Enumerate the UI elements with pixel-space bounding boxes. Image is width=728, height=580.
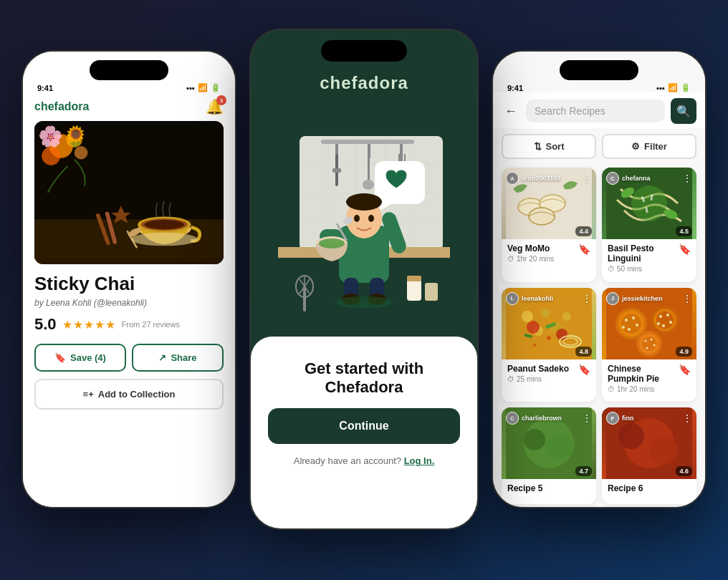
svg-point-69 (631, 185, 667, 221)
svg-point-80 (562, 312, 571, 321)
search-button[interactable]: 🔍 (671, 98, 696, 124)
author-prefix: by (34, 298, 44, 308)
recipe-card-2[interactable]: L leenakohli ⋮ 4.8 Peanut Sadeko ⏱25 min… (502, 288, 596, 402)
svg-point-55 (335, 296, 393, 308)
phone-center: chefadora (249, 29, 479, 530)
card-more-2[interactable]: ⋮ (582, 293, 592, 304)
filter-button[interactable]: ⚙ Filter (602, 134, 696, 159)
search-placeholder: Search Recipes (535, 105, 656, 117)
svg-point-32 (363, 180, 374, 190)
recipe-content: Sticky Chai by Leena Kohli (@leenakohli)… (23, 264, 235, 507)
svg-point-81 (527, 321, 540, 334)
svg-point-116 (547, 434, 573, 460)
card-user-row-0: A arun2003159 ⋮ (502, 170, 596, 186)
recipe-name-5: Recipe 6 (608, 483, 691, 493)
card-rating-0: 4.4 (575, 226, 592, 236)
recipe-card-5[interactable]: F finn ⋮ 4.6 Recipe 6 (602, 407, 696, 504)
svg-rect-58 (425, 283, 438, 301)
dynamic-island-right (560, 60, 638, 80)
filter-row: ⇅ Sort ⚙ Filter (493, 128, 705, 165)
card-avatar-3: J (606, 292, 619, 305)
card-more-5[interactable]: ⋮ (682, 412, 692, 424)
recipe-card-info-2: Peanut Sadeko ⏱25 mins 🔖 (502, 359, 596, 387)
recipe-name-4: Recipe 5 (507, 483, 590, 493)
recipe-name-3: Chinese Pumpkin Pie (608, 364, 679, 384)
svg-point-67 (529, 208, 555, 225)
card-username-1: chefanna (622, 175, 651, 182)
svg-point-100 (656, 311, 674, 329)
recipe-name-0: Veg MoMo (507, 243, 554, 253)
dynamic-island-center (321, 40, 407, 62)
card-rating-3: 4.9 (676, 347, 692, 357)
svg-point-77 (541, 309, 550, 317)
rating-row: 5.0 ★★★★★ From 27 reviews (34, 315, 224, 334)
food-image: 🌸🌻 (34, 121, 224, 264)
svg-point-4 (42, 147, 60, 165)
recipe-image-5: F finn ⋮ 4.6 (602, 407, 696, 479)
onboarding-title: Get started with Chefadora (268, 359, 460, 397)
bookmark-1[interactable]: 🔖 (679, 243, 691, 255)
card-user-info-4: C charliebrown (506, 412, 562, 425)
dynamic-island-left (90, 60, 168, 80)
status-icons-right: ▪▪▪ 📶 🔋 (656, 83, 691, 92)
notification-button[interactable]: 🔔 3 (206, 98, 224, 115)
back-button[interactable]: ← (502, 101, 520, 122)
svg-point-104 (662, 324, 665, 327)
phone-right: 9:41 ▪▪▪ 📶 🔋 ← Search Recipes 🔍 ⇅ (492, 50, 707, 508)
add-to-collection-button[interactable]: ≡+ Add to Collection (34, 379, 224, 410)
svg-point-119 (618, 423, 644, 449)
card-user-info-3: J jessiekitchen (606, 292, 663, 305)
card-more-3[interactable]: ⋮ (682, 293, 692, 304)
star-rating: ★★★★★ (62, 318, 116, 332)
recipe-card-0[interactable]: A arun2003159 ⋮ 4.4 Veg MoMo ⏱1hr 20 min… (502, 168, 596, 282)
search-input-wrap[interactable]: Search Recipes (526, 100, 665, 122)
continue-button[interactable]: Continue (268, 408, 460, 444)
card-avatar-2: L (506, 292, 519, 305)
svg-point-102 (666, 314, 669, 316)
svg-point-94 (632, 316, 635, 319)
notification-badge: 3 (216, 95, 226, 105)
author-name: Leena Kohli (@leenakohli) (46, 298, 147, 308)
bookmark-0[interactable]: 🔖 (578, 243, 590, 255)
center-screen: chefadora (251, 30, 477, 528)
svg-point-76 (522, 311, 533, 322)
save-button[interactable]: 🔖 Save (4) (34, 344, 126, 372)
review-count: From 27 reviews (122, 320, 180, 329)
battery-icon-left: 🔋 (211, 83, 221, 92)
recipe-time-0: ⏱1hr 20 mins (507, 255, 554, 263)
login-link[interactable]: Log In. (404, 455, 435, 466)
recipe-name-2: Peanut Sadeko (507, 364, 569, 374)
card-more-1[interactable]: ⋮ (682, 173, 692, 184)
svg-point-46 (368, 215, 374, 222)
recipe-card-3[interactable]: J jessiekitchen ⋮ 4.9 Chinese Pumpkin Pi… (602, 288, 696, 402)
recipe-name-1: Basil Pesto Linguini (608, 243, 679, 264)
card-more-4[interactable]: ⋮ (582, 412, 592, 424)
filter-label: Filter (644, 141, 667, 152)
recipe-image-2: L leenakohli ⋮ 4.8 (502, 288, 596, 359)
recipe-card-4[interactable]: C charliebrown ⋮ 4.7 Recipe 5 (502, 407, 596, 504)
food-image-container: 🌸🌻 (23, 121, 235, 264)
recipe-author: by Leena Kohli (@leenakohli) (34, 298, 224, 308)
card-username-5: finn (622, 415, 634, 422)
recipe-image-1: C chefanna ⋮ 4.5 (602, 168, 696, 239)
sort-icon: ⇅ (534, 141, 542, 152)
app-header-left: chefadora 🔔 3 (23, 92, 235, 121)
card-rating-5: 4.6 (676, 466, 692, 476)
svg-point-112 (646, 347, 648, 349)
card-username-4: charliebrown (522, 415, 562, 422)
sort-label: Sort (546, 141, 565, 152)
left-screen: 9:41 ▪▪▪ 📶 🔋 chefadora 🔔 3 🌸🌻 (23, 52, 235, 507)
card-more-0[interactable]: ⋮ (582, 173, 592, 184)
bottom-sheet: Get started with Chefadora Continue Alre… (251, 337, 477, 528)
recipe-card-1[interactable]: C chefanna ⋮ 4.5 Basil Pesto Linguini ⏱5… (602, 168, 696, 282)
bookmark-2[interactable]: 🔖 (578, 364, 590, 375)
svg-rect-25 (321, 140, 414, 144)
right-screen: 9:41 ▪▪▪ 📶 🔋 ← Search Recipes 🔍 ⇅ (493, 52, 705, 507)
svg-rect-31 (368, 154, 370, 183)
card-user-row-5: F finn ⋮ (602, 410, 696, 426)
bookmark-3[interactable]: 🔖 (679, 364, 691, 375)
flowers-decoration: 🌸🌻 (38, 125, 88, 148)
sort-button[interactable]: ⇅ Sort (502, 134, 596, 159)
share-button[interactable]: ↗ Share (132, 344, 224, 372)
svg-point-109 (645, 339, 647, 342)
